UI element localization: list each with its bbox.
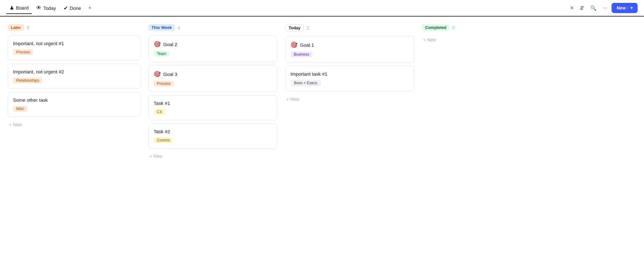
board: Later3Important, not urgent #1ProcessImp… [0, 17, 644, 161]
column-completed: Completed0+ New [418, 24, 555, 44]
column-label-later[interactable]: Later [8, 24, 24, 31]
nav-right-controls: ≡ ⇵ 🔍 ··· New ▾ [569, 3, 638, 13]
search-icon: 🔍 [590, 5, 597, 11]
add-new-today[interactable]: + New [285, 95, 414, 104]
column-header-this-week: This Week4 [148, 24, 277, 31]
card-title-text-c1: Important, not urgent #1 [13, 41, 64, 46]
card-c6[interactable]: Task #1CX [148, 95, 277, 120]
column-count-completed: 0 [452, 25, 455, 30]
card-title-c3: Some other task [13, 97, 135, 103]
card-title-text-c7: Task #2 [154, 129, 170, 134]
card-tag-c8: Business [290, 52, 312, 57]
goal-icon-c8: 🎯 [290, 41, 298, 48]
card-title-c4: 🎯Goal 2 [154, 41, 272, 48]
nav-add-button[interactable]: + [86, 3, 94, 13]
add-new-later[interactable]: + New [8, 120, 141, 129]
more-button[interactable]: ··· [601, 3, 609, 13]
card-title-c5: 🎯Goal 3 [154, 71, 272, 78]
card-title-text-c4: Goal 2 [163, 42, 177, 47]
card-c7[interactable]: Task #2Comms [148, 123, 277, 148]
column-label-this-week[interactable]: This Week [148, 24, 175, 31]
card-title-text-c5: Goal 3 [163, 72, 177, 77]
card-title-text-c6: Task #1 [154, 100, 170, 106]
nav-today[interactable]: 👁 Today [33, 3, 59, 13]
card-tag-c4: Team [154, 51, 169, 57]
column-today: Today2🎯Goal 1BusinessImportant task #1Bo… [281, 24, 418, 104]
check-icon: ✔ [64, 5, 68, 11]
column-this-week: This Week4🎯Goal 2Team🎯Goal 3ProcessTask … [144, 24, 281, 161]
nav-board[interactable]: ♟ Board [6, 3, 32, 14]
card-title-text-c2: Important, not urgent #2 [13, 69, 64, 74]
goal-icon-c5: 🎯 [154, 71, 161, 78]
nav-done[interactable]: ✔ Done [60, 3, 84, 13]
card-title-c7: Task #2 [154, 129, 272, 134]
card-title-text-c3: Some other task [13, 97, 48, 103]
column-count-today: 2 [306, 25, 309, 31]
sort-icon: ⇵ [580, 5, 584, 11]
chevron-down-icon: ▾ [628, 6, 633, 10]
card-title-c2: Important, not urgent #2 [13, 69, 135, 74]
card-c5[interactable]: 🎯Goal 3Process [148, 65, 277, 92]
card-tag-c2: Relationships [13, 78, 42, 83]
column-label-completed[interactable]: Completed [422, 24, 450, 31]
filter-icon: ≡ [570, 5, 573, 10]
add-new-completed[interactable]: + New [422, 35, 551, 44]
card-tag-c6: CX [154, 109, 165, 115]
column-label-today[interactable]: Today [285, 24, 304, 31]
column-header-today: Today2 [285, 24, 414, 31]
goal-icon-c4: 🎯 [154, 41, 161, 48]
card-title-text-c8: Goal 1 [300, 42, 314, 48]
card-tag-c1: Process [13, 49, 33, 55]
card-tag-c5: Process [154, 81, 174, 86]
top-nav: ♟ Board 👁 Today ✔ Done + ≡ ⇵ 🔍 ··· New ▾ [0, 0, 644, 17]
nav-done-label: Done [70, 5, 81, 11]
filter-button[interactable]: ≡ [569, 3, 575, 13]
card-title-c6: Task #1 [154, 100, 272, 106]
column-header-later: Later3 [8, 24, 141, 31]
card-c4[interactable]: 🎯Goal 2Team [148, 35, 277, 62]
card-c3[interactable]: Some other taskMisc [8, 92, 141, 117]
nav-board-label: Board [16, 5, 29, 10]
card-title-text-c9: Important task #1 [290, 71, 327, 77]
board-icon: ♟ [10, 5, 14, 11]
card-title-c8: 🎯Goal 1 [290, 41, 409, 48]
card-c8[interactable]: 🎯Goal 1Business [285, 36, 414, 63]
new-button[interactable]: New ▾ [612, 3, 638, 13]
column-later: Later3Important, not urgent #1ProcessImp… [8, 24, 144, 129]
sort-button[interactable]: ⇵ [578, 3, 586, 13]
card-tag-c9: Boss + Execs [290, 80, 321, 86]
card-c1[interactable]: Important, not urgent #1Process [8, 35, 141, 60]
card-c2[interactable]: Important, not urgent #2Relationships [8, 64, 141, 89]
new-button-label: New [617, 5, 626, 10]
card-title-c9: Important task #1 [290, 71, 409, 77]
search-button[interactable]: 🔍 [588, 3, 598, 13]
column-count-this-week: 4 [178, 25, 180, 30]
card-tag-c3: Misc [13, 106, 27, 112]
ellipsis-icon: ··· [603, 5, 607, 10]
eye-icon: 👁 [36, 5, 41, 11]
card-title-c1: Important, not urgent #1 [13, 41, 135, 46]
nav-today-label: Today [43, 5, 56, 11]
card-c9[interactable]: Important task #1Boss + Execs [285, 66, 414, 92]
card-tag-c7: Comms [154, 137, 173, 143]
column-header-completed: Completed0 [422, 24, 551, 31]
column-count-later: 3 [27, 25, 29, 30]
add-new-this-week[interactable]: + New [148, 152, 277, 161]
